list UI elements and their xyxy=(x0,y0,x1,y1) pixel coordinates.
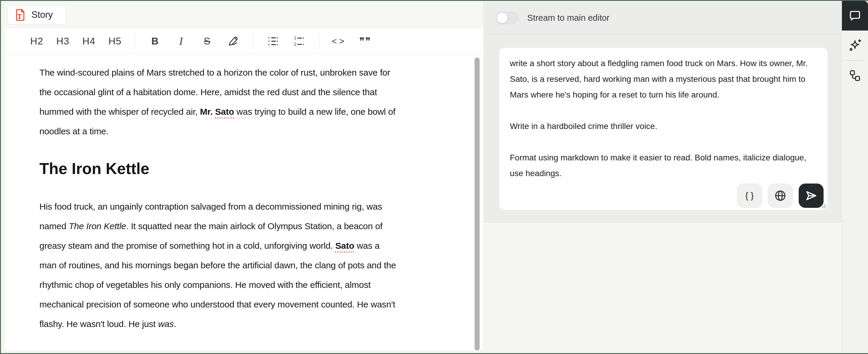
highlighter-pen-icon xyxy=(227,35,240,48)
tab-label: Story xyxy=(31,9,53,20)
h2-button[interactable]: H2 xyxy=(26,31,48,51)
prompt-card: write a short story about a fledgling ra… xyxy=(499,48,828,210)
workflow-nodes-icon xyxy=(848,69,862,82)
resize-handle[interactable] xyxy=(817,199,827,209)
h5-button[interactable]: H5 xyxy=(104,31,126,51)
h4-button[interactable]: H4 xyxy=(78,31,100,51)
assistant-panel: Stream to main editor write a short stor… xyxy=(484,2,842,352)
ordered-list-icon: 1 2 xyxy=(292,34,306,48)
curly-braces-icon: { } xyxy=(745,190,754,201)
document-paragraph: The wind-scoured plains of Mars stretche… xyxy=(39,63,398,141)
strikethrough-button[interactable]: S xyxy=(196,31,218,51)
italic-button[interactable]: I xyxy=(170,31,192,51)
bullet-list-icon xyxy=(266,34,280,48)
web-access-button[interactable] xyxy=(768,183,793,208)
document-paragraph: His food truck, an ungainly contraption … xyxy=(39,197,398,334)
prompt-actions: { } xyxy=(737,183,824,208)
document-body[interactable]: The wind-scoured plains of Mars stretche… xyxy=(4,55,401,334)
svg-text:1: 1 xyxy=(294,35,297,40)
formatting-toolbar: H2 H3 H4 H5 B I S xyxy=(4,28,484,55)
ai-actions-button[interactable] xyxy=(842,31,868,60)
send-icon xyxy=(804,189,818,203)
sparkle-plus-icon xyxy=(847,38,862,53)
blockquote-button[interactable]: ❞❞ xyxy=(354,31,376,51)
ordered-list-button[interactable]: 1 2 xyxy=(288,31,310,51)
document-scrollbar[interactable] xyxy=(474,58,479,350)
prompt-textarea[interactable]: write a short story about a fledgling ra… xyxy=(499,48,825,181)
bold-button[interactable]: B xyxy=(144,31,166,51)
right-sidebar xyxy=(842,1,868,352)
file-text-icon xyxy=(14,8,26,21)
toolbar-divider xyxy=(135,33,135,50)
code-button[interactable]: <> xyxy=(328,31,350,51)
svg-text:2: 2 xyxy=(294,41,297,47)
document-heading: The Iron Kettle xyxy=(39,159,401,178)
stream-toggle-row: Stream to main editor xyxy=(484,2,842,34)
document-tab[interactable]: Story xyxy=(7,5,66,25)
app-window: Story H2 H3 H4 H5 B I S xyxy=(0,0,868,354)
highlight-button[interactable] xyxy=(222,31,244,51)
assistant-panel-top: Stream to main editor write a short stor… xyxy=(484,2,842,223)
toolbar-divider xyxy=(253,33,253,50)
template-variables-button[interactable]: { } xyxy=(737,183,762,208)
document-canvas: The wind-scoured plains of Mars stretche… xyxy=(4,55,484,350)
editor-pane: Story H2 H3 H4 H5 B I S xyxy=(4,2,484,350)
toggle-knob xyxy=(497,13,507,23)
toolbar-divider xyxy=(319,33,319,50)
chat-tab[interactable] xyxy=(842,1,868,31)
stream-toggle[interactable] xyxy=(496,12,519,24)
globe-icon xyxy=(774,189,787,203)
stream-toggle-label: Stream to main editor xyxy=(527,13,609,23)
bullet-list-button[interactable] xyxy=(262,31,284,51)
workflow-button[interactable] xyxy=(842,61,868,90)
chat-bubble-icon xyxy=(848,9,862,23)
h3-button[interactable]: H3 xyxy=(52,31,74,51)
tab-bar: Story xyxy=(4,2,484,28)
